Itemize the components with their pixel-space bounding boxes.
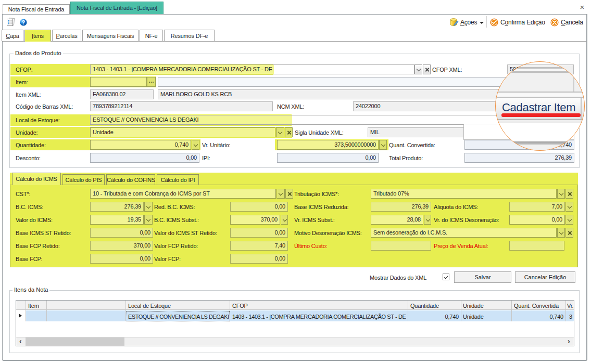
svg-text:?: ? — [22, 19, 25, 25]
